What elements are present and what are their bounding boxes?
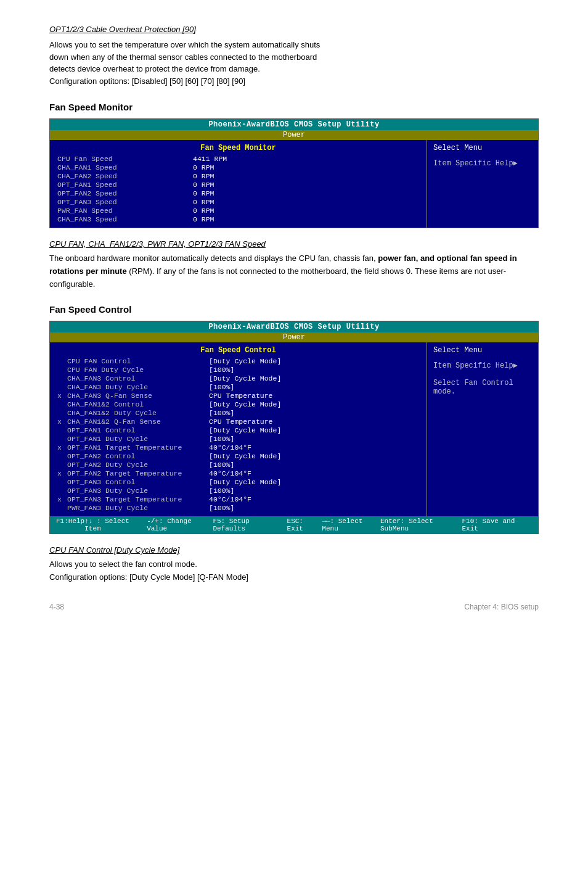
item-specific-help-1: Item Specific Help▶ [433, 159, 532, 168]
desc-text-1: The onboard hardware monitor automatical… [49, 252, 539, 291]
table-row: CHA_FAN3 Speed 0 RPM [57, 215, 419, 223]
select-menu-label-1: Select Menu [433, 144, 532, 152]
bios-title-2: Phoenix-AwardBIOS CMOS Setup Utility [50, 321, 538, 332]
table-row: x CHA_FAN1&2 Q-Fan Sense CPU Temperature [57, 418, 419, 426]
table-row: CHA_FAN1 Speed 0 RPM [57, 163, 419, 171]
table-row: x CHA_FAN3 Q-Fan Sense CPU Temperature [57, 392, 419, 400]
bios-footer: F1:Help ↑↓ : Select Item -/+: Change Val… [50, 516, 538, 534]
table-row: PWR_FAN Speed 0 RPM [57, 207, 419, 215]
table-row: OPT_FAN2 Speed 0 RPM [57, 189, 419, 197]
bios-inner-title-1: Fan Speed Monitor [57, 144, 419, 152]
bios-subtitle-1: Power [50, 130, 538, 140]
desc-section-2: CPU FAN Control [Duty Cycle Mode] Allows… [49, 545, 539, 584]
table-row: CHA_FAN3 Duty Cycle [100%] [57, 383, 419, 391]
table-row: OPT_FAN1 Speed 0 RPM [57, 181, 419, 189]
table-row: CPU Fan Speed 4411 RPM [57, 155, 419, 163]
footer-f10: F10: Save and Exit [462, 518, 532, 532]
table-row: CHA_FAN1&2 Control [Duty Cycle Mode] [57, 400, 419, 408]
bios-box-fan-speed-monitor: Phoenix-AwardBIOS CMOS Setup Utility Pow… [49, 118, 539, 228]
footer-enter: Enter: Select SubMenu [380, 518, 462, 532]
bios-sidebar-2: Select Menu Item Specific Help▶ Select F… [427, 342, 538, 516]
fan-speed-rows: CPU Fan Speed 4411 RPM CHA_FAN1 Speed 0 … [57, 155, 419, 223]
table-row: CHA_FAN2 Speed 0 RPM [57, 172, 419, 180]
table-row: CPU FAN Control [Duty Cycle Mode] [57, 357, 419, 365]
chapter-label: Chapter 4: BIOS setup [464, 603, 539, 611]
table-row: CHA_FAN1&2 Duty Cycle [100%] [57, 409, 419, 417]
desc-section-1: CPU FAN, CHA_FAN1/2/3, PWR FAN, OPT1/2/3… [49, 239, 539, 291]
table-row: x OPT_FAN1 Target Temperature 40°C/104°F [57, 444, 419, 452]
desc-title-2: CPU FAN Control [Duty Cycle Mode] [49, 545, 539, 555]
fan-speed-monitor-heading: Fan Speed Monitor [49, 102, 539, 112]
bios-subtitle-2: Power [50, 332, 538, 342]
footer-esc: ESC: Exit [287, 518, 322, 532]
footer-change: -/+: Change Value [147, 518, 213, 532]
intro-text: Allows you to set the temperature over w… [49, 39, 539, 87]
page-footer: 4-38 Chapter 4: BIOS setup [49, 603, 539, 611]
table-row: OPT_FAN1 Control [Duty Cycle Mode] [57, 426, 419, 434]
table-row: x OPT_FAN3 Target Temperature 40°C/104°F [57, 495, 419, 503]
bios-inner-title-2: Fan Speed Control [57, 346, 419, 355]
control-rows: CPU FAN Control [Duty Cycle Mode] CPU FA… [57, 357, 419, 512]
intro-title: OPT1/2/3 Cable Overheat Protection [90] [49, 25, 539, 34]
bios-main-1: Fan Speed Monitor CPU Fan Speed 4411 RPM… [50, 140, 427, 228]
table-row: CHA_FAN3 Control [Duty Cycle Mode] [57, 374, 419, 382]
table-row: CPU FAN Duty Cycle [100%] [57, 366, 419, 374]
table-row: OPT_FAN3 Speed 0 RPM [57, 198, 419, 206]
footer-f1: F1:Help [56, 518, 84, 532]
page-number: 4-38 [49, 603, 64, 611]
footer-arrows2: →←: Select Menu [322, 518, 380, 532]
select-menu-label-2: Select Menu [433, 346, 532, 355]
bios-main-2: Fan Speed Control CPU FAN Control [Duty … [50, 342, 427, 516]
desc-text-2: Allows you to select the fan control mod… [49, 558, 539, 584]
table-row: x OPT_FAN2 Target Temperature 40°C/104°F [57, 469, 419, 477]
intro-section: OPT1/2/3 Cable Overheat Protection [90] … [49, 25, 539, 87]
table-row: OPT_FAN2 Duty Cycle [100%] [57, 461, 419, 469]
table-row: OPT_FAN3 Control [Duty Cycle Mode] [57, 478, 419, 486]
item-specific-help-2: Item Specific Help▶ Select Fan Control m… [433, 361, 532, 396]
bios-box-fan-speed-control: Phoenix-AwardBIOS CMOS Setup Utility Pow… [49, 321, 539, 534]
bios-title-1: Phoenix-AwardBIOS CMOS Setup Utility [50, 119, 538, 130]
bios-sidebar-1: Select Menu Item Specific Help▶ [427, 140, 538, 228]
table-row: OPT_FAN1 Duty Cycle [100%] [57, 435, 419, 443]
desc-title-1: CPU FAN, CHA_FAN1/2/3, PWR FAN, OPT1/2/3… [49, 239, 539, 249]
table-row: OPT_FAN2 Control [Duty Cycle Mode] [57, 452, 419, 460]
footer-f5: F5: Setup Defaults [213, 518, 283, 532]
fan-speed-control-heading: Fan Speed Control [49, 304, 539, 315]
table-row: PWR_FAN3 Duty Cycle [100%] [57, 504, 419, 512]
table-row: OPT_FAN3 Duty Cycle [100%] [57, 487, 419, 495]
footer-arrows1: ↑↓ : Select Item [84, 518, 147, 532]
